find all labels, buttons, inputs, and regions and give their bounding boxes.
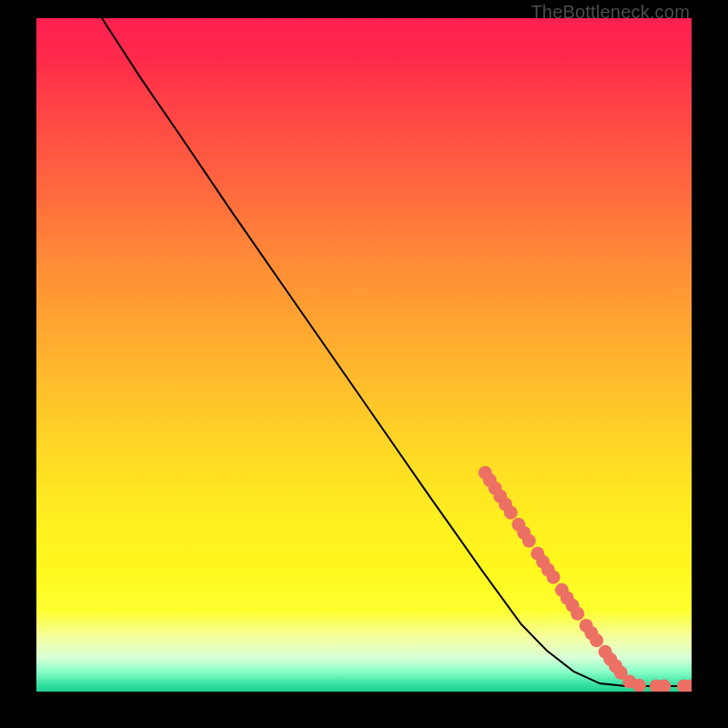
data-markers: [479, 466, 692, 692]
data-marker: [571, 607, 584, 621]
curve-line: [102, 18, 692, 686]
chart-plot: [36, 18, 692, 692]
data-marker: [590, 633, 603, 647]
data-marker: [547, 571, 561, 584]
data-marker: [504, 506, 518, 520]
data-marker: [522, 534, 536, 548]
